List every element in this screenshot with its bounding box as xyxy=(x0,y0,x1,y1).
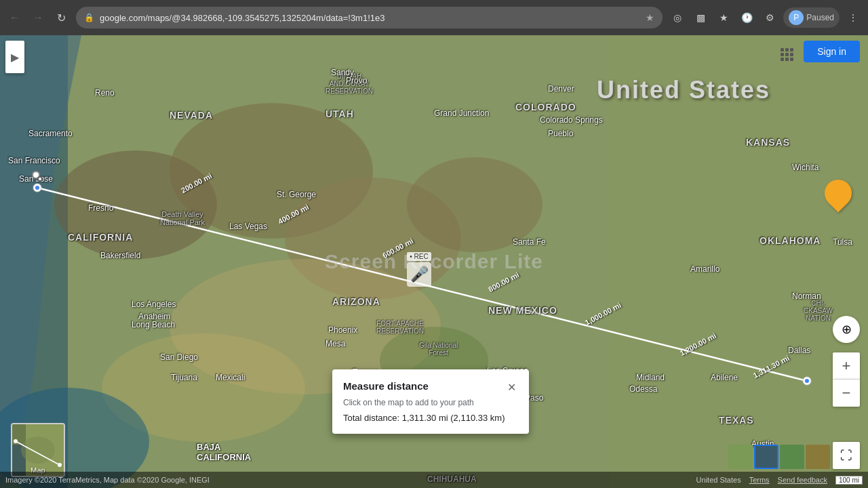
status-right: United States Terms Send feedback 100 mi xyxy=(696,476,863,485)
map-container[interactable]: 200.00 mi 400.00 mi 600.00 mi 800.00 mi … xyxy=(0,35,868,488)
extensions-btn[interactable]: ⚙ xyxy=(760,8,779,27)
status-bar: Imagery ©2020 TerraMetrics, Map data ©20… xyxy=(0,472,868,488)
zoom-out-button[interactable]: − xyxy=(833,380,860,407)
status-terms[interactable]: Terms xyxy=(749,476,770,484)
pegman-area: ⊕ xyxy=(833,316,860,346)
popup-title: Measure distance xyxy=(343,380,429,392)
status-country: United States xyxy=(696,476,741,484)
svg-point-22 xyxy=(14,439,18,443)
fullscreen-button[interactable]: ⛶ xyxy=(833,442,860,469)
layer-terrain[interactable] xyxy=(728,445,753,469)
refresh-button[interactable]: ↻ xyxy=(52,8,71,27)
rec-indicator: • REC 🎤 xyxy=(407,252,431,287)
lock-icon: 🔒 xyxy=(84,13,94,22)
star-icon: ★ xyxy=(646,12,654,23)
popup-close-button[interactable]: ✕ xyxy=(505,380,518,394)
svg-rect-9 xyxy=(610,35,868,488)
bookmark-btn[interactable]: ★ xyxy=(714,8,733,27)
zoom-controls: + − xyxy=(833,352,860,407)
nav-buttons: ← → ↻ xyxy=(5,8,71,27)
rec-text: • REC xyxy=(407,252,431,261)
mic-icon: 🎤 xyxy=(407,262,431,287)
compass-button[interactable]: ⊕ xyxy=(833,316,860,343)
location-btn[interactable]: ◎ xyxy=(668,8,687,27)
sign-in-button[interactable]: Sign in xyxy=(804,41,860,62)
scale-indicator: 100 mi xyxy=(835,476,863,485)
mini-map[interactable]: Map xyxy=(11,423,65,477)
url-text: google.com/maps/@34.982668,-109.3545275,… xyxy=(100,13,640,23)
paused-label: Paused xyxy=(806,13,834,22)
profile-button[interactable]: P Paused xyxy=(783,7,840,28)
address-bar[interactable]: 🔒 google.com/maps/@34.982668,-109.354527… xyxy=(76,7,663,28)
zoom-in-button[interactable]: + xyxy=(833,352,860,380)
popup-hint: Click on the map to add to your path xyxy=(343,398,518,407)
status-feedback[interactable]: Send feedback xyxy=(778,476,827,484)
google-apps-button[interactable] xyxy=(773,41,800,68)
browser-actions: ◎ ▩ ★ 🕐 ⚙ P Paused ⋮ xyxy=(668,7,863,28)
imagery-attribution: Imagery ©2020 TerraMetrics, Map data ©20… xyxy=(5,476,210,484)
measure-popup: Measure distance ✕ Click on the map to a… xyxy=(332,369,529,434)
history-btn[interactable]: 🕐 xyxy=(737,8,756,27)
sidebar-toggle[interactable]: ▶ xyxy=(5,41,24,73)
layer-satellite[interactable] xyxy=(754,445,778,469)
svg-point-5 xyxy=(407,157,542,252)
avatar: P xyxy=(789,10,804,25)
cast-btn[interactable]: ▩ xyxy=(691,8,710,27)
back-button[interactable]: ← xyxy=(5,8,24,27)
google-apps-grid xyxy=(781,48,793,61)
browser-chrome: ← → ↻ 🔒 google.com/maps/@34.982668,-109.… xyxy=(0,0,868,35)
start-marker-inner xyxy=(37,176,43,182)
layer-labels[interactable] xyxy=(780,445,804,469)
popup-header: Measure distance ✕ xyxy=(343,380,518,394)
svg-point-23 xyxy=(58,463,62,467)
menu-button[interactable]: ⋮ xyxy=(844,8,863,27)
layer-traffic[interactable] xyxy=(806,445,830,469)
popup-distance: Total distance: 1,311.30 mi (2,110.33 km… xyxy=(343,413,518,423)
layer-selector xyxy=(728,445,830,469)
forward-button[interactable]: → xyxy=(28,8,47,27)
